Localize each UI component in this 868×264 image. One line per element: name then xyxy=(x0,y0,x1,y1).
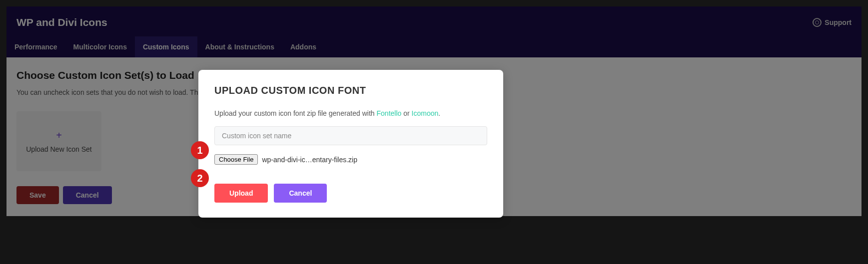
annotation-badge-1: 1 xyxy=(191,141,209,159)
upload-button[interactable]: Upload xyxy=(214,184,268,203)
annotation-badge-2: 2 xyxy=(191,169,209,187)
modal-cancel-button[interactable]: Cancel xyxy=(274,184,327,203)
modal-buttons: Upload Cancel xyxy=(214,184,487,203)
choose-file-button[interactable]: Choose File xyxy=(214,154,258,165)
file-row: Choose File wp-and-divi-ic…entary-files.… xyxy=(214,154,487,165)
icomoon-link[interactable]: Icomoon xyxy=(412,109,439,117)
icon-set-name-input[interactable] xyxy=(214,126,487,145)
modal-title: UPLOAD CUSTOM ICON FONT xyxy=(214,85,487,96)
modal-desc-prefix: Upload your custom icon font zip file ge… xyxy=(214,109,377,117)
modal-desc-suffix: . xyxy=(438,109,440,117)
modal-description: Upload your custom icon font zip file ge… xyxy=(214,109,487,117)
selected-file-name: wp-and-divi-ic…entary-files.zip xyxy=(262,156,357,164)
modal-desc-mid: or xyxy=(401,109,411,117)
upload-modal: UPLOAD CUSTOM ICON FONT Upload your cust… xyxy=(198,70,503,218)
fontello-link[interactable]: Fontello xyxy=(377,109,402,117)
